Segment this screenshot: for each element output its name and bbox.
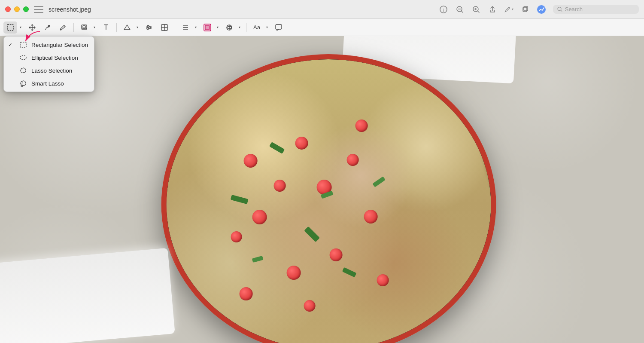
traffic-lights <box>5 6 29 12</box>
dropdown-chevron: ▾ <box>20 25 21 29</box>
svg-line-4 <box>462 11 463 12</box>
shapes-dropdown-arrow[interactable]: ▾ <box>134 21 140 34</box>
color-dropdown-arrow[interactable]: ▾ <box>215 21 221 34</box>
markup-icon <box>504 6 511 13</box>
adjust-tool-icon <box>145 24 153 31</box>
stamp-tool-button[interactable] <box>77 21 91 34</box>
filter-dropdown-arrow[interactable]: ▾ <box>237 21 243 34</box>
stamp-dropdown-arrow[interactable]: ▾ <box>91 21 97 34</box>
align-tool-button[interactable] <box>179 21 192 34</box>
svg-line-40 <box>22 68 22 70</box>
svg-rect-18 <box>82 25 87 29</box>
toolbar: ▾ ▾ <box>0 19 644 36</box>
svg-rect-38 <box>20 42 26 47</box>
search-icon <box>557 6 562 12</box>
tomato-11 <box>377 274 389 286</box>
tomato-4 <box>295 137 308 150</box>
titlebar: screenshot.jpeg i <box>0 0 644 19</box>
align-chevron: ▾ <box>195 25 197 29</box>
speech-bubble-tool-icon <box>275 24 283 31</box>
lasso-selection-icon <box>19 67 27 74</box>
divider-1 <box>73 23 74 32</box>
herb-1 <box>269 142 285 154</box>
pan-interior <box>167 59 491 343</box>
font-chevron: ▾ <box>266 25 268 29</box>
color-tool-group: ▾ <box>200 21 221 34</box>
smart-lasso-icon <box>19 80 27 87</box>
filter-chevron: ▾ <box>239 25 240 29</box>
selection-tool-dropdown-arrow[interactable]: ▾ <box>18 21 24 34</box>
window-title: screenshot.jpeg <box>49 6 91 13</box>
pencil-tool-icon <box>59 24 67 31</box>
svg-line-13 <box>561 10 562 12</box>
tomato-2 <box>274 180 286 192</box>
align-tool-group: ▾ <box>179 21 199 34</box>
herb-6 <box>252 256 264 263</box>
maximize-button[interactable] <box>23 6 29 12</box>
svg-line-42 <box>22 81 22 86</box>
pen-tool-icon <box>44 24 52 31</box>
zoom-out-icon <box>456 6 464 13</box>
share-button[interactable] <box>488 5 497 14</box>
zoom-out-button[interactable] <box>455 5 465 14</box>
svg-rect-14 <box>7 24 13 31</box>
move-tool-button[interactable] <box>25 21 39 34</box>
tomato-6 <box>347 154 359 166</box>
rectangular-selection-icon <box>19 41 27 49</box>
selection-tool-button[interactable] <box>3 21 17 34</box>
herb-5 <box>304 227 320 242</box>
minimize-button[interactable] <box>14 6 20 12</box>
elliptical-selection-item[interactable]: Elliptical Selection <box>4 51 94 64</box>
shapes-tool-icon <box>123 24 131 31</box>
adjust-tool-button[interactable] <box>142 21 156 34</box>
sidebar-toggle-button[interactable] <box>34 6 43 13</box>
stamp-tool-group: ▾ <box>77 21 97 34</box>
filter-tool-icon <box>225 24 233 31</box>
tomato-7 <box>364 210 378 224</box>
tomato-13 <box>355 119 368 132</box>
divider-2 <box>116 23 117 32</box>
markup-arrow: ▾ <box>512 7 513 11</box>
align-dropdown-arrow[interactable]: ▾ <box>193 21 199 34</box>
elliptical-selection-label: Elliptical Selection <box>31 55 88 61</box>
rectangular-selection-label: Rectangular Selection <box>31 42 88 48</box>
pan <box>161 54 496 343</box>
tomato-1 <box>244 154 258 168</box>
rectangular-selection-item[interactable]: ✓ Rectangular Selection <box>4 38 94 51</box>
markup-button[interactable]: ▾ <box>504 5 513 14</box>
markup-accent-button[interactable] <box>537 5 546 14</box>
tomato-9 <box>330 248 343 261</box>
lasso-selection-item[interactable]: Lasso Selection <box>4 64 94 77</box>
search-input[interactable] <box>565 6 635 12</box>
herb-3 <box>231 195 249 204</box>
svg-rect-19 <box>83 26 85 28</box>
pencil-tool-button[interactable] <box>56 21 70 34</box>
smart-lasso-item[interactable]: Smart Lasso <box>4 77 94 90</box>
selection-tool-group: ▾ <box>3 21 24 34</box>
layout-tool-button[interactable] <box>158 21 171 34</box>
color-tool-button[interactable] <box>200 21 214 34</box>
elliptical-selection-icon <box>19 54 27 61</box>
font-tool-button[interactable]: Aa <box>250 21 264 34</box>
layout-tool-icon <box>161 24 168 31</box>
font-dropdown-arrow[interactable]: ▾ <box>264 21 270 34</box>
shapes-tool-button[interactable] <box>120 21 134 34</box>
zoom-in-button[interactable] <box>471 5 481 14</box>
duplicate-button[interactable] <box>520 5 530 14</box>
pen-tool-button[interactable] <box>41 21 55 34</box>
close-button[interactable] <box>5 6 11 12</box>
svg-point-39 <box>20 55 26 60</box>
stamp-tool-icon <box>80 24 88 31</box>
smart-lasso-label: Smart Lasso <box>31 80 88 87</box>
herb-4 <box>372 176 385 187</box>
speech-bubble-tool-button[interactable] <box>272 21 286 34</box>
info-button[interactable]: i <box>439 5 448 14</box>
text-tool-button[interactable]: T <box>99 21 113 34</box>
search-bar[interactable] <box>553 5 639 14</box>
svg-rect-34 <box>205 25 210 30</box>
svg-point-24 <box>147 25 149 27</box>
shapes-chevron: ▾ <box>137 25 138 29</box>
color-tool-icon <box>203 23 212 32</box>
selection-tool-icon <box>6 24 14 31</box>
filter-tool-button[interactable] <box>222 21 236 34</box>
